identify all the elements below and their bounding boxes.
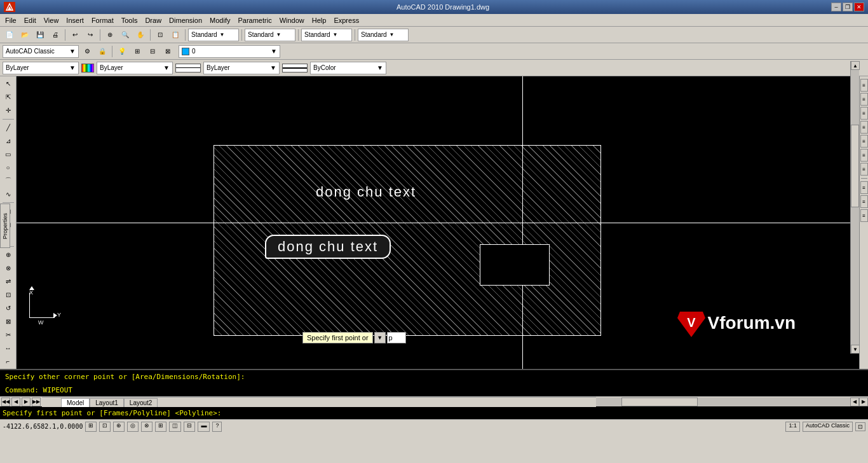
floating-cmd-input[interactable]: p: [387, 332, 406, 343]
workspace-lock[interactable]: 🔒: [95, 45, 109, 58]
toolbar-toggle[interactable]: ⊡: [855, 422, 865, 431]
grid-button[interactable]: ⊞: [85, 422, 97, 432]
rexp-btn2[interactable]: ≡: [860, 93, 868, 106]
qp-button[interactable]: ?: [212, 422, 222, 432]
workspace-settings[interactable]: ⚙: [80, 45, 94, 58]
rexp-btn1[interactable]: ≡: [860, 79, 868, 92]
floating-cmd-icon[interactable]: ▼: [374, 332, 386, 343]
menu-item-file[interactable]: File: [1, 15, 20, 25]
scale-tool[interactable]: ⊠: [1, 315, 15, 328]
ortho-button[interactable]: ⊕: [113, 422, 125, 432]
tool-cross[interactable]: ✛: [1, 104, 15, 117]
rotate-tool[interactable]: ↺: [1, 302, 15, 315]
attdef-tool[interactable]: ⊗: [1, 262, 15, 275]
vscroll-down[interactable]: ▼: [851, 345, 860, 354]
insert-block[interactable]: ⊕: [1, 249, 15, 261]
rexp-btn4[interactable]: ≡: [860, 121, 868, 134]
polar-button[interactable]: ◎: [127, 422, 139, 432]
menu-item-help[interactable]: Help: [308, 15, 330, 25]
rexp-btn9[interactable]: ≡: [860, 195, 868, 208]
bycolor-dropdown[interactable]: ByColor ▼: [310, 62, 386, 74]
polyline-tool[interactable]: ⊿: [1, 135, 15, 148]
snap-button[interactable]: ⊡: [99, 422, 111, 432]
rexp-btn3[interactable]: ≡: [860, 107, 868, 120]
workspace-display[interactable]: AutoCAD Classic: [803, 422, 853, 432]
move-tool[interactable]: ⇌: [1, 275, 15, 288]
extend-tool[interactable]: ↔: [1, 342, 15, 354]
lw-button[interactable]: ▬: [198, 422, 210, 432]
fillet-tool[interactable]: ⌐: [1, 355, 15, 368]
layer-props[interactable]: 📋: [168, 29, 182, 41]
minimize-button[interactable]: –: [831, 3, 841, 11]
hscroll-right[interactable]: ▶: [859, 397, 868, 406]
rexp-btn5[interactable]: ≡: [860, 135, 868, 148]
rect-tool[interactable]: ▭: [1, 148, 15, 161]
rexp-btn6[interactable]: ≡: [860, 149, 868, 162]
layer-dropdown[interactable]: 0 ▼: [179, 45, 280, 58]
osnap-button[interactable]: ⊗: [141, 422, 153, 432]
scale-display[interactable]: 1:1: [785, 422, 800, 432]
ducs-button[interactable]: ◫: [169, 422, 181, 432]
menu-item-draw[interactable]: Draw: [141, 15, 165, 25]
bylayer-dropdown2[interactable]: ByLayer ▼: [97, 62, 173, 74]
style-dropdown1[interactable]: Standard ▼: [188, 29, 239, 41]
tool1[interactable]: ⊞: [130, 45, 144, 58]
workspace-dropdown[interactable]: AutoCAD Classic ▼: [3, 45, 79, 58]
menu-item-edit[interactable]: Edit: [20, 15, 40, 25]
zoom-extents[interactable]: ⊕: [103, 29, 117, 41]
scroll-right[interactable]: ▶: [22, 397, 31, 406]
undo-button[interactable]: ↩: [68, 29, 82, 41]
zoom-window[interactable]: 🔍: [118, 29, 132, 41]
vscroll-up[interactable]: ▲: [851, 61, 860, 70]
properties-tab[interactable]: Properties: [0, 204, 10, 248]
circle-tool[interactable]: ○: [1, 161, 15, 174]
restore-button[interactable]: ❐: [843, 3, 853, 11]
rexp-btn10[interactable]: ≡: [860, 209, 868, 222]
otrack-button[interactable]: ⊞: [155, 422, 166, 432]
vscroll-thumb[interactable]: [851, 125, 859, 207]
style-dropdown2[interactable]: Standard ▼: [245, 29, 295, 41]
menu-item-tools[interactable]: Tools: [118, 15, 142, 25]
tab-layout2[interactable]: Layout2: [124, 398, 158, 407]
style-dropdown4[interactable]: Standard ▼: [358, 29, 409, 41]
open-button[interactable]: 📂: [18, 29, 32, 41]
dyn-button[interactable]: ⊟: [184, 422, 195, 432]
hscroll-left[interactable]: ◀: [850, 397, 859, 406]
hscroll-thumb[interactable]: [621, 397, 698, 406]
select-tool[interactable]: ↖: [1, 78, 15, 90]
trim-tool[interactable]: ✂: [1, 328, 15, 341]
menu-item-parametric[interactable]: Parametric: [234, 15, 275, 25]
tab-layout1[interactable]: Layout1: [90, 398, 124, 407]
bylayer-dropdown3[interactable]: ByLayer ▼: [203, 62, 280, 74]
plot-button[interactable]: 🖨: [48, 29, 62, 41]
menu-item-express[interactable]: Express: [330, 15, 363, 25]
pan-button[interactable]: ✋: [133, 29, 147, 41]
menu-item-modify[interactable]: Modify: [206, 15, 234, 25]
style-dropdown3[interactable]: Standard ▼: [301, 29, 352, 41]
tool2[interactable]: ⊟: [146, 45, 159, 58]
menu-item-format[interactable]: Format: [88, 15, 118, 25]
menu-item-window[interactable]: Window: [276, 15, 308, 25]
tab-model[interactable]: Model: [61, 398, 90, 407]
bylayer-dropdown1[interactable]: ByLayer ▼: [3, 62, 79, 74]
menu-item-dimension[interactable]: Dimension: [165, 15, 206, 25]
rexp-btn8[interactable]: ≡: [860, 181, 868, 194]
new-button[interactable]: 📄: [3, 29, 17, 41]
canvas-area[interactable]: dong chu text dong chu text Y X W: [17, 76, 859, 369]
tool3[interactable]: ⊠: [161, 45, 175, 58]
close-button[interactable]: ✕: [854, 3, 864, 11]
scroll-left[interactable]: ◀: [11, 397, 20, 406]
scroll-left-far[interactable]: ◀◀: [1, 397, 10, 406]
menu-item-insert[interactable]: Insert: [62, 15, 88, 25]
spline-tool[interactable]: ∿: [1, 188, 15, 200]
copy-tool[interactable]: ⊡: [1, 289, 15, 301]
arc-tool[interactable]: ⌒: [1, 174, 15, 187]
tool-arrow[interactable]: ⇱: [1, 91, 15, 104]
line-tool[interactable]: ╱: [1, 121, 15, 134]
rexp-btn7[interactable]: ≡: [860, 163, 868, 176]
save-button[interactable]: 💾: [33, 29, 47, 41]
match-props[interactable]: ⊡: [153, 29, 167, 41]
menu-item-view[interactable]: View: [40, 15, 63, 25]
redo-button[interactable]: ↪: [83, 29, 97, 41]
light-bulb[interactable]: 💡: [115, 45, 129, 58]
